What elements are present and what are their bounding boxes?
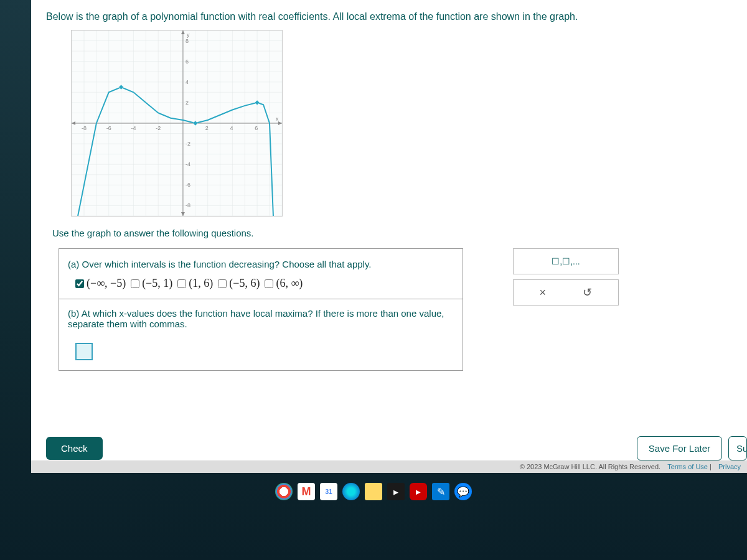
interval-label-1: (−5, 1) [142,277,172,290]
checkbox-row: (−∞, −5)(−5, 1)(1, 6)(−5, 6)(6, ∞) [75,277,454,290]
save-for-later-button[interactable]: Save For Later [637,436,722,460]
interval-checkbox-3[interactable] [218,279,227,288]
undo-icon[interactable]: ↺ [583,286,592,299]
interval-label-2: (1, 6) [189,277,213,290]
submit-button[interactable]: Sub [728,436,747,460]
svg-text:-6: -6 [186,182,190,188]
svg-text:8: 8 [186,38,189,44]
svg-text:-8: -8 [82,125,87,131]
svg-marker-41 [181,212,185,216]
footer-row: Check Save For Later Sub [46,436,747,460]
question-b-text: (b) At which x-values does the function … [68,308,454,329]
chat-icon[interactable]: 💬 [454,483,472,500]
calendar-icon[interactable]: 31 [320,483,337,500]
svg-text:4: 4 [186,79,189,85]
clear-icon[interactable]: × [540,286,547,299]
question-b: (b) At which x-values does the function … [59,299,463,370]
tool-panel: ☐,☐,... × ↺ [513,248,619,306]
svg-text:y: y [187,32,190,38]
copyright-text: © 2023 McGraw Hill LLC. All Rights Reser… [520,463,660,470]
svg-text:-2: -2 [186,141,190,147]
interval-checkbox-4[interactable] [265,279,273,288]
video-icon[interactable]: ▸ [387,483,405,500]
svg-text:-4: -4 [186,161,190,167]
snip-icon[interactable]: ✎ [432,483,449,500]
gmail-icon[interactable] [298,483,315,500]
interval-option-0[interactable]: (−∞, −5) [75,277,126,290]
svg-marker-42 [72,121,75,125]
copyright-bar: © 2023 McGraw Hill LLC. All Rights Reser… [31,460,747,473]
chrome-icon[interactable] [275,483,293,500]
interval-option-3[interactable]: (−5, 6) [218,277,260,290]
interval-option-1[interactable]: (−5, 1) [131,277,172,290]
interval-checkbox-0[interactable] [75,279,84,288]
svg-text:x: x [276,116,279,122]
svg-text:6: 6 [186,58,189,65]
svg-text:-6: -6 [106,125,111,131]
interval-label-4: (6, ∞) [276,277,303,290]
question-a-text: (a) Over which intervals is the function… [68,259,454,269]
edge-icon[interactable] [342,483,360,500]
interval-label-3: (−5, 6) [229,277,260,290]
svg-text:2: 2 [205,125,209,131]
instruction-text: Use the graph to answer the following qu… [52,228,732,238]
svg-text:-8: -8 [186,202,190,208]
svg-text:6: 6 [255,125,258,131]
interval-option-4[interactable]: (6, ∞) [265,277,303,290]
polynomial-graph: -8-6-4-2246-8-6-4-22468yx [71,30,283,217]
format-hint-label: ☐,☐,... [552,256,580,266]
interval-checkbox-2[interactable] [177,279,186,288]
folder-icon[interactable] [365,483,382,500]
svg-text:2: 2 [186,100,189,106]
svg-marker-40 [181,30,185,34]
clear-undo-box: × ↺ [513,279,619,306]
youtube-icon[interactable] [410,483,427,500]
interval-option-2[interactable]: (1, 6) [177,277,213,290]
check-button[interactable]: Check [46,437,103,460]
questions-panel: (a) Over which intervals is the function… [59,248,463,371]
svg-text:4: 4 [230,125,233,131]
question-a: (a) Over which intervals is the function… [59,249,463,299]
svg-marker-39 [278,121,282,125]
intro-text: Below is the graph of a polynomial funct… [46,11,732,22]
privacy-link[interactable]: Privacy [718,463,741,470]
interval-checkbox-1[interactable] [131,279,139,288]
interval-label-0: (−∞, −5) [87,277,126,290]
terms-link[interactable]: Terms of Use [667,463,708,470]
windows-taskbar: 31 ▸ ✎ 💬 [275,483,472,500]
local-maxima-input[interactable] [75,343,93,360]
svg-text:-4: -4 [131,125,136,131]
format-hint-button[interactable]: ☐,☐,... [513,248,619,274]
svg-text:-2: -2 [156,125,161,131]
